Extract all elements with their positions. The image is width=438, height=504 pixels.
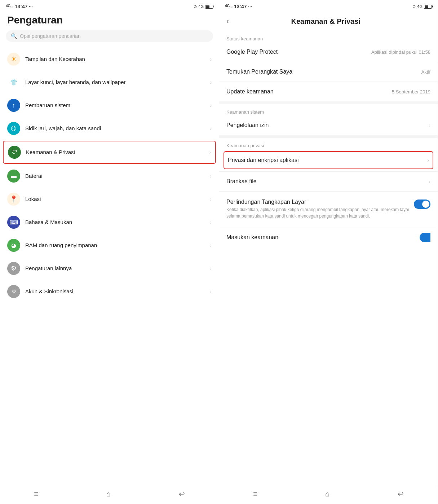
security-icon: 🛡 (8, 146, 21, 159)
home-button-left[interactable]: ⌂ (106, 490, 111, 498)
chevron-perm-mgmt: › (429, 122, 430, 128)
signal-icon-right: 4Gul (225, 4, 233, 9)
network-icon-left: 4G (198, 4, 204, 9)
sec-input-title: Masukan keamanan (226, 234, 420, 241)
network-icon-right: 4G (417, 4, 422, 9)
more-settings-icon: ⚙ (7, 262, 20, 275)
security-label: Keamanan & Privasi (26, 149, 208, 156)
right-item-gpp[interactable]: Google Play Protect Aplikasi dipindai pu… (219, 44, 438, 60)
back-button-right[interactable]: ‹ (225, 15, 230, 27)
sec-update-title: Update keamanan (226, 88, 389, 95)
signal-icon-left: 4Gul (6, 4, 13, 9)
screenshot-toggle[interactable] (414, 200, 430, 209)
language-icon: ⌨ (7, 216, 20, 229)
find-device-badge: Aktif (421, 69, 430, 75)
chevron-account: › (210, 289, 212, 294)
right-item-sec-update[interactable]: Update keamanan 5 September 2019 (219, 83, 438, 100)
perm-mgmt-title: Pengelolaan izin (226, 122, 426, 128)
settings-item-account[interactable]: ⚙ Akun & Sinkronisasi › (0, 280, 219, 303)
location-icon-left: ⊙ (194, 4, 197, 9)
settings-list: ☀ Tampilan dan Kecerahan › 👕 Layar kunci… (0, 48, 219, 485)
settings-item-biometric[interactable]: ⌬ Sidik jari, wajah, dan kata sandi › (0, 117, 219, 140)
vault-title: Brankas file (226, 178, 426, 185)
location-icon-right: ⊙ (412, 4, 416, 9)
settings-item-lockscreen[interactable]: 👕 Layar kunci, layar beranda, dan wallpa… (0, 71, 219, 94)
settings-item-update[interactable]: ↑ Pembaruan sistem › (0, 94, 219, 117)
lockscreen-label: Layar kunci, layar beranda, dan wallpape… (25, 79, 208, 86)
location-label: Lokasi (25, 196, 208, 203)
biometric-label: Sidik jari, wajah, dan kata sandi (25, 125, 208, 132)
section-label-status: Status keamanan (219, 32, 438, 44)
back-button-right2[interactable]: ↩ (398, 490, 404, 498)
chevron-lockscreen: › (210, 79, 212, 85)
home-button-right[interactable]: ⌂ (325, 490, 329, 498)
section-label-system: Keamanan sistem (219, 106, 438, 117)
right-panel: 4Gul 13:47 ··· ⊙ 4G ‹ Keamanan & Privasi… (219, 0, 438, 504)
settings-item-location[interactable]: 📍 Lokasi › (0, 188, 219, 211)
right-header: ‹ Keamanan & Privasi (219, 12, 438, 32)
menu-button-left[interactable]: ≡ (34, 490, 38, 498)
chevron-display: › (210, 56, 212, 62)
chevron-language: › (210, 219, 212, 225)
biometric-icon: ⌬ (7, 122, 20, 135)
battery-label: Baterai (25, 172, 208, 180)
chevron-ram: › (210, 242, 212, 248)
chevron-privacy: › (427, 157, 429, 163)
screenshot-title: Perlindungan Tangkapan Layar (226, 199, 414, 205)
chevron-vault: › (429, 179, 430, 184)
back-button-left[interactable]: ↩ (179, 490, 185, 498)
account-label: Akun & Sinkronisasi (25, 288, 208, 295)
location-icon: 📍 (7, 193, 20, 206)
menu-button-right[interactable]: ≡ (253, 490, 257, 498)
gpp-title: Google Play Protect (226, 49, 368, 55)
status-bar-right: 4Gul 13:47 ··· ⊙ 4G (219, 0, 438, 12)
display-icon: ☀ (7, 53, 20, 66)
lockscreen-icon: 👕 (7, 76, 20, 89)
ram-label: RAM dan ruang penyimpanan (25, 242, 208, 249)
account-icon: ⚙ (7, 285, 20, 298)
language-label: Bahasa & Masukan (25, 219, 208, 226)
battery-icon: ▬ (7, 170, 20, 183)
display-label: Tampilan dan Kecerahan (25, 56, 208, 63)
settings-item-language[interactable]: ⌨ Bahasa & Masukan › (0, 211, 219, 234)
dots-left: ··· (29, 4, 33, 9)
settings-item-security[interactable]: 🛡 Keamanan & Privasi › (3, 141, 216, 164)
more-settings-label: Pengaturan lainnya (25, 265, 208, 272)
search-placeholder: Opsi pengaturan pencarian (20, 33, 81, 39)
nav-bar-right: ≡ ⌂ ↩ (219, 485, 438, 504)
right-item-privacy[interactable]: Privasi dan enkripsi aplikasi › (224, 151, 433, 169)
chevron-battery: › (210, 173, 212, 179)
right-item-perm-mgmt[interactable]: Pengelolaan izin › (219, 117, 438, 133)
screenshot-description: Ketika diaktifkan, aplikasi pihak ketiga… (226, 206, 414, 219)
chevron-biometric: › (210, 126, 212, 131)
battery-icon-right (424, 5, 432, 9)
sec-input-toggle[interactable] (420, 233, 430, 242)
chevron-update: › (210, 102, 212, 108)
gpp-badge: Aplikasi dipindai pukul 01:58 (371, 49, 430, 55)
settings-item-ram[interactable]: ◕ RAM dan ruang penyimpanan › (0, 234, 219, 257)
right-item-sec-input[interactable]: Masukan keamanan (219, 228, 438, 247)
find-device-title: Temukan Perangkat Saya (226, 69, 419, 75)
time-left: 13:47 (15, 4, 28, 9)
update-icon: ↑ (7, 99, 20, 112)
right-item-find-device[interactable]: Temukan Perangkat Saya Aktif (219, 63, 438, 80)
chevron-location: › (210, 196, 212, 202)
section-label-privacy: Keamanan privasi (219, 139, 438, 150)
nav-bar-left: ≡ ⌂ ↩ (0, 485, 219, 504)
right-item-vault[interactable]: Brankas file › (219, 173, 438, 190)
settings-item-more[interactable]: ⚙ Pengaturan lainnya › (0, 257, 219, 280)
dots-right: ··· (248, 4, 252, 9)
chevron-more: › (210, 266, 212, 271)
update-label: Pembaruan sistem (25, 102, 208, 109)
settings-item-battery[interactable]: ▬ Baterai › (0, 165, 219, 188)
left-panel: 4Gul 13:47 ··· ⊙ 4G Pengaturan 🔍 Opsi pe… (0, 0, 219, 504)
chevron-security: › (209, 149, 211, 155)
search-bar[interactable]: 🔍 Opsi pengaturan pencarian (6, 30, 213, 42)
ram-icon: ◕ (7, 239, 20, 252)
sec-update-badge: 5 September 2019 (392, 89, 430, 95)
privacy-title: Privasi dan enkripsi aplikasi (228, 157, 424, 163)
right-item-screenshot[interactable]: Perlindungan Tangkapan Layar Ketika diak… (219, 193, 438, 224)
settings-item-display[interactable]: ☀ Tampilan dan Kecerahan › (0, 48, 219, 71)
battery-icon-left (205, 5, 213, 9)
search-icon: 🔍 (11, 33, 17, 39)
